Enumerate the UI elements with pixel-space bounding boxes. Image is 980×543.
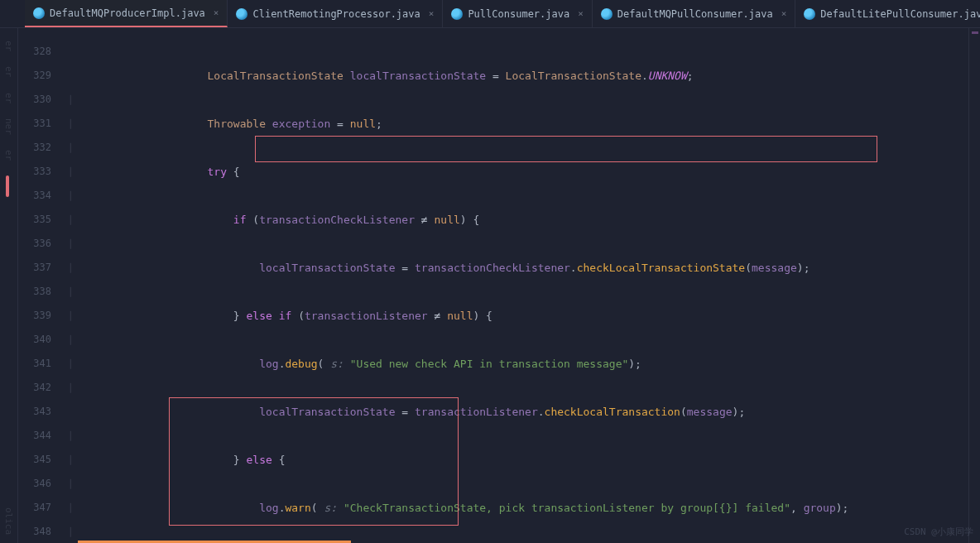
java-icon: [236, 8, 247, 20]
tool-tab[interactable]: er: [3, 41, 14, 51]
error-stripe[interactable]: [968, 28, 980, 543]
java-icon: [804, 8, 815, 20]
editor-tab-bar: DefaultMQProducerImpl.java × ClientRemot…: [0, 0, 980, 28]
line-number: 345: [18, 448, 51, 472]
editor-area: er er er ner er olica 328 329 330 331 33…: [0, 28, 980, 543]
close-icon[interactable]: ×: [778, 8, 787, 19]
tool-tab[interactable]: olica: [3, 507, 14, 535]
tab-default-mq-pull-consumer[interactable]: DefaultMQPullConsumer.java ×: [593, 0, 795, 27]
tool-tab[interactable]: ner: [3, 118, 14, 135]
tool-tab[interactable]: er: [3, 150, 14, 161]
tab-default-mq-producer-impl[interactable]: DefaultMQProducerImpl.java ×: [25, 0, 228, 27]
line-number: 337: [18, 256, 51, 280]
tool-marker: [6, 175, 9, 197]
line-number: 330: [18, 88, 51, 112]
close-icon[interactable]: ×: [425, 8, 435, 19]
code-editor[interactable]: LocalTransactionState localTransactionSt…: [78, 28, 980, 543]
line-number: 346: [18, 472, 51, 496]
line-number: 344: [18, 424, 51, 448]
line-number: 332: [18, 136, 51, 160]
close-icon[interactable]: ×: [574, 8, 584, 19]
tab-client-remoting-processor[interactable]: ClientRemotingProcessor.java ×: [228, 0, 443, 27]
tab-default-lite-pull-consumer[interactable]: DefaultLitePullConsumer.java ×: [795, 0, 980, 27]
line-number: 336: [18, 232, 51, 256]
line-number: 343: [18, 400, 51, 424]
tool-tab[interactable]: er: [3, 66, 14, 77]
line-number: 335: [18, 208, 51, 232]
line-number: 342: [18, 376, 51, 400]
java-icon: [451, 8, 463, 20]
line-number: 348: [18, 520, 51, 543]
line-number: 329: [18, 64, 51, 88]
highlight-box-1: [255, 136, 877, 162]
line-number: 347: [18, 496, 51, 520]
line-number: 334: [18, 184, 51, 208]
line-number-gutter: 328 329 330 331 332 333 334 335 336 337 …: [18, 28, 63, 543]
java-icon: [601, 8, 612, 20]
tool-window-strip: er er er ner er olica: [0, 28, 18, 543]
tool-tab[interactable]: er: [3, 93, 14, 103]
tab-label: DefaultMQProducerImpl.java: [50, 7, 205, 19]
tab-pull-consumer[interactable]: PullConsumer.java ×: [443, 0, 592, 27]
tab-label: ClientRemotingProcessor.java: [252, 8, 420, 20]
line-number: 339: [18, 304, 51, 328]
line-number: 331: [18, 112, 51, 136]
java-icon: [33, 7, 45, 19]
line-number: 341: [18, 352, 51, 376]
line-number: 338: [18, 280, 51, 304]
tab-label: PullConsumer.java: [468, 8, 569, 20]
fold-gutter: │││││││││││││ │││││: [63, 28, 78, 543]
line-number: 333: [18, 160, 51, 184]
tab-label: DefaultMQPullConsumer.java: [617, 8, 773, 20]
line-number: 340: [18, 328, 51, 352]
tab-label: DefaultLitePullConsumer.java: [820, 8, 980, 20]
watermark-text: CSDN @小康同学: [904, 526, 973, 538]
line-number: 328: [18, 40, 51, 64]
close-icon[interactable]: ×: [210, 7, 219, 18]
